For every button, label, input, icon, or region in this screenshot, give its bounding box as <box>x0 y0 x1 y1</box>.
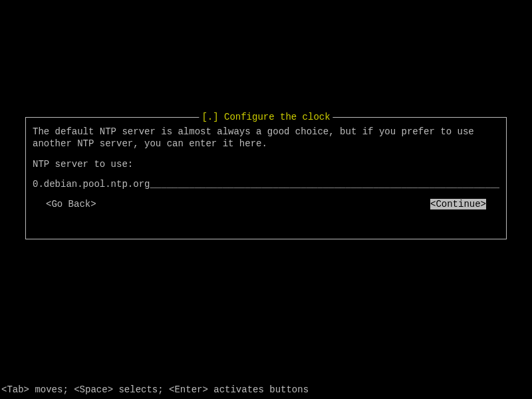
footer-hint: <Tab> moves; <Space> selects; <Enter> ac… <box>1 384 309 395</box>
dialog-content: The default NTP server is almost always … <box>26 118 506 239</box>
button-row: <Go Back> <Continue> <box>33 199 499 209</box>
continue-button[interactable]: <Continue> <box>430 199 486 209</box>
prompt-label: NTP server to use: <box>33 159 499 170</box>
dialog-box: [.] Configure the clock The default NTP … <box>25 117 507 239</box>
go-back-button[interactable]: <Go Back> <box>46 199 96 209</box>
help-text: The default NTP server is almost always … <box>33 126 499 150</box>
ntp-server-input[interactable]: 0.debian.pool.ntp.org___________________… <box>33 179 499 190</box>
input-value: 0.debian.pool.ntp.org <box>33 179 150 190</box>
input-fill: ________________________________________… <box>150 179 499 190</box>
